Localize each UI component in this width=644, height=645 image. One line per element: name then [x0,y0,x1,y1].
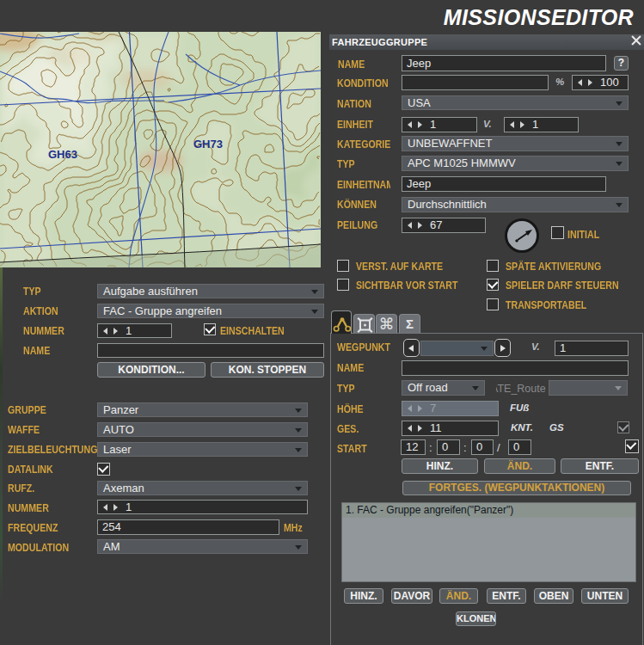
svg-text:GH63: GH63 [48,148,77,161]
svg-text:GH73: GH73 [193,138,223,150]
